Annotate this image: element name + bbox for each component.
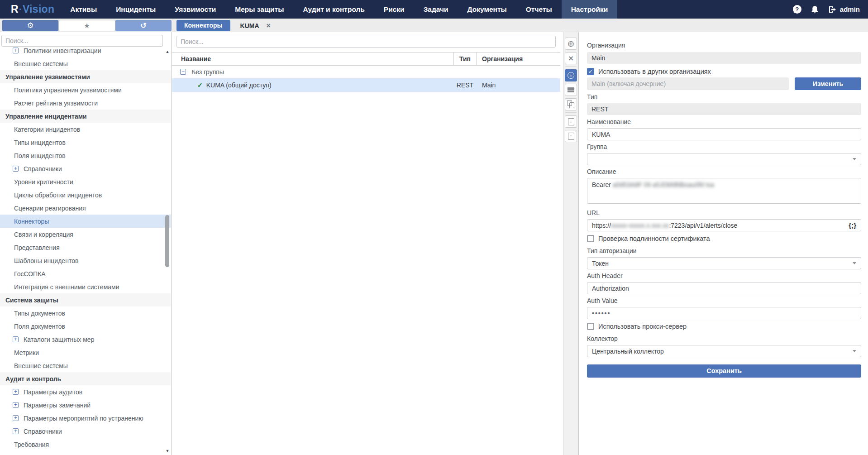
table-row[interactable]: KUMA (общий доступ) REST Main	[172, 78, 560, 92]
notifications-bell-icon[interactable]	[811, 5, 819, 14]
copy-button[interactable]	[565, 98, 577, 110]
tab-kuma[interactable]: KUMA	[240, 22, 271, 29]
chevron-down-icon	[853, 350, 856, 352]
table-group-row[interactable]: Без группы	[172, 65, 560, 79]
cert-checkbox-label: Проверка подлинности сертификата	[598, 235, 710, 242]
nav-item-8[interactable]: Документы	[458, 0, 516, 19]
tree-item[interactable]: ГосСОПКА	[0, 267, 171, 280]
auth-header-input[interactable]	[587, 282, 861, 294]
tree-item[interactable]: Политики инвентаризации	[0, 48, 171, 57]
nav-item-7[interactable]: Задачи	[414, 0, 458, 19]
sidebar-scrollbar[interactable]	[164, 48, 171, 455]
tree-item[interactable]: Типы инцидентов	[0, 136, 171, 149]
list-view-button[interactable]	[565, 84, 577, 96]
tree-item[interactable]: Сценарии реагирования	[0, 201, 171, 215]
scrollbar-thumb[interactable]	[165, 215, 169, 267]
checkbox-unchecked-icon[interactable]	[587, 235, 594, 242]
delete-button[interactable]	[565, 52, 577, 64]
change-button[interactable]: Изменить	[795, 77, 861, 90]
expand-plus-icon[interactable]	[13, 402, 19, 408]
template-variables-icon[interactable]	[849, 221, 856, 229]
add-button[interactable]	[565, 38, 577, 50]
user-menu[interactable]: admin	[828, 5, 860, 13]
tree-item[interactable]: Параметры мероприятий по устранению	[0, 412, 171, 425]
tree-item[interactable]: Связи и корреляция	[0, 228, 171, 241]
tree-item[interactable]: Справочники	[0, 162, 171, 175]
expand-plus-icon[interactable]	[13, 336, 19, 342]
description-textarea[interactable]: Bearer a0d53A8F 09 a5JDbfdfdbsau0fd tsa	[587, 178, 861, 204]
tree-item[interactable]: Категории инцидентов	[0, 123, 171, 136]
tree-item[interactable]: Коннекторы	[0, 215, 171, 228]
tree-item[interactable]: Параметры замечаний	[0, 398, 171, 412]
tree-item[interactable]: Шаблоны инцидентов	[0, 254, 171, 267]
name-input[interactable]	[587, 128, 861, 140]
nav-item-4[interactable]: Меры защиты	[225, 0, 293, 19]
expand-plus-icon[interactable]	[13, 428, 19, 434]
tree-item[interactable]: Каталоги защитных мер	[0, 333, 171, 346]
document-tabs: Коннекторы KUMA	[176, 20, 271, 31]
scroll-up-icon[interactable]	[164, 49, 171, 54]
close-tab-icon[interactable]	[267, 23, 271, 29]
tree-item[interactable]: Уровни критичности	[0, 175, 171, 188]
info-button[interactable]	[565, 69, 577, 81]
column-header-name[interactable]: Название	[172, 53, 453, 65]
collector-select[interactable]: Центральный коллектор	[587, 345, 861, 357]
app-logo[interactable]: R·Vision	[11, 3, 54, 15]
tree-item[interactable]: Политики управления уязвимостями	[0, 83, 171, 96]
tree-item[interactable]: Циклы обработки инцидентов	[0, 188, 171, 201]
tab-connectors[interactable]: Коннекторы	[176, 20, 230, 31]
save-button[interactable]: Сохранить	[587, 364, 861, 378]
nav-item-1[interactable]: Активы	[61, 0, 106, 19]
tree-item[interactable]: К	[0, 451, 171, 455]
checkbox-checked-icon[interactable]	[587, 68, 594, 75]
tree-item-label: Политики инвентаризации	[24, 48, 101, 54]
tree-item[interactable]: Расчет рейтинга уязвимости	[0, 96, 171, 110]
column-header-type[interactable]: Тип	[453, 53, 477, 65]
tree-item[interactable]: Поля документов	[0, 320, 171, 333]
tab-settings-tree[interactable]	[2, 20, 58, 31]
collapse-group-icon[interactable]	[180, 69, 186, 75]
expand-plus-icon[interactable]	[13, 166, 19, 172]
expand-plus-icon[interactable]	[13, 415, 19, 421]
nav-item-2[interactable]: Инциденты	[106, 0, 165, 19]
tree-item-label: Представления	[14, 244, 60, 251]
tree-item[interactable]: Типы документов	[0, 307, 171, 320]
tab-favorites[interactable]	[58, 20, 115, 31]
cert-checkbox-row[interactable]: Проверка подлинности сертификата	[587, 235, 861, 242]
group-select[interactable]	[587, 153, 861, 165]
expand-plus-icon[interactable]	[13, 389, 19, 395]
nav-item-5[interactable]: Аудит и контроль	[293, 0, 374, 19]
auth-type-label: Тип авторизации	[587, 247, 861, 254]
logo-vision: Vision	[23, 3, 54, 15]
auth-value-input[interactable]: ••••••	[587, 307, 861, 319]
scroll-down-icon[interactable]	[164, 449, 171, 453]
tree-item[interactable]: Интеграция с внешними системами	[0, 280, 171, 293]
column-header-org[interactable]: Организация	[477, 53, 560, 65]
help-icon[interactable]	[793, 5, 801, 14]
proxy-checkbox-row[interactable]: Использовать прокси-сервер	[587, 322, 861, 330]
share-checkbox-row[interactable]: Использовать в других организациях	[587, 67, 861, 75]
tree-item[interactable]: Представления	[0, 241, 171, 254]
checkbox-unchecked-icon[interactable]	[587, 323, 594, 330]
tree-item[interactable]: Требования	[0, 438, 171, 451]
export-button[interactable]	[565, 130, 577, 142]
tree-item[interactable]: Внешние системы	[0, 57, 171, 70]
sidebar-search-input[interactable]	[1, 35, 163, 47]
tree-item[interactable]: Справочники	[0, 425, 171, 438]
nav-item-6[interactable]: Риски	[374, 0, 414, 19]
connector-type: REST	[453, 81, 477, 89]
tree-item[interactable]: Параметры аудитов	[0, 385, 171, 398]
add-circle-icon	[568, 39, 575, 48]
import-button[interactable]	[565, 115, 577, 128]
url-input[interactable]: https://xxxxx-xxxxx.x.xxx.xx:7223/api/v1…	[587, 219, 861, 231]
tree-item[interactable]: Поля инцидентов	[0, 149, 171, 162]
auth-type-select[interactable]: Токен	[587, 257, 861, 269]
connectors-search-input[interactable]	[176, 36, 556, 48]
nav-item-10[interactable]: Настройки	[562, 0, 618, 19]
tree-item[interactable]: Метрики	[0, 346, 171, 359]
expand-plus-icon[interactable]	[13, 48, 19, 53]
nav-item-3[interactable]: Уязвимости	[165, 0, 225, 19]
nav-item-9[interactable]: Отчеты	[516, 0, 562, 19]
tree-item[interactable]: Внешние системы	[0, 359, 171, 372]
tab-history[interactable]	[115, 20, 172, 31]
